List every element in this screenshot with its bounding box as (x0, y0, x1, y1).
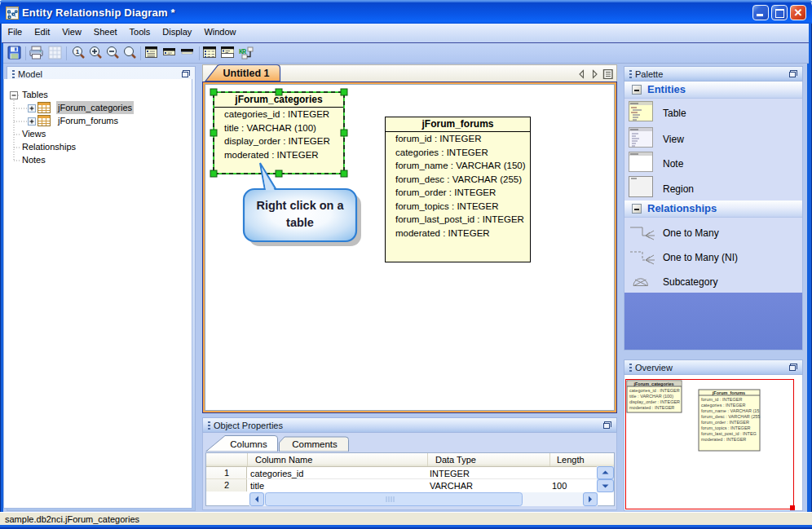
svg-text:Right click on a: Right click on a (256, 199, 344, 212)
svg-text:display_order : INTEGER: display_order : INTEGER (629, 399, 680, 404)
svg-text:forum_last_post_id : INTEG: forum_last_post_id : INTEG (701, 431, 757, 436)
svg-text:Untitled 1: Untitled 1 (223, 68, 270, 79)
svg-text:jForum_forums: jForum_forums (712, 390, 745, 395)
svg-text:1: 1 (76, 48, 80, 55)
svg-text:forum_desc : VARCHAR (255: forum_desc : VARCHAR (255 (701, 414, 760, 419)
svg-text:forum_topics : INTEGER: forum_topics : INTEGER (701, 425, 751, 430)
svg-text:table: table (286, 216, 314, 229)
svg-text:categories : INTEGER: categories : INTEGER (701, 403, 745, 408)
svg-text:jForum_categories: jForum_categories (633, 381, 673, 386)
svg-text:forum_id : INTEGER: forum_id : INTEGER (701, 397, 742, 402)
svg-text:moderated : INTEGER: moderated : INTEGER (701, 437, 746, 442)
svg-text:Columns: Columns (230, 439, 267, 449)
svg-text:Comments: Comments (292, 439, 338, 449)
svg-text:categories_id : INTEGER: categories_id : INTEGER (629, 388, 680, 393)
svg-text:forum_order : INTEGER: forum_order : INTEGER (701, 420, 749, 425)
svg-text:forum_name : VARCHAR (15: forum_name : VARCHAR (15 (701, 408, 759, 413)
svg-text:title : VARCHAR (100): title : VARCHAR (100) (629, 394, 673, 399)
svg-text:moderated : INTEGER: moderated : INTEGER (629, 405, 674, 410)
